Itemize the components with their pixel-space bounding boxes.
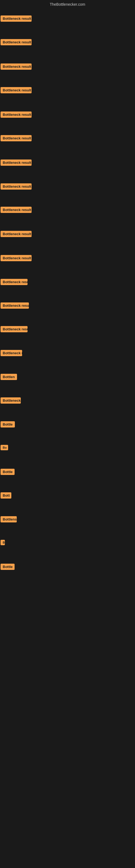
bottleneck-badge[interactable]: Bottleneck result [1,231,32,237]
bottleneck-badge[interactable]: Bottleneck result [1,39,32,45]
result-row: Bottlens [1,516,17,524]
result-row: Bottleneck resu [1,326,28,333]
result-row: Bottleneck result [1,39,32,46]
result-row: Bottle [1,469,14,476]
result-row: Bottleneck result [1,16,32,23]
bottleneck-badge[interactable]: Bottleneck result [1,87,32,93]
result-row: Bottleneck result [1,135,32,143]
result-row: Bottleneck result [1,112,32,119]
bottleneck-badge[interactable]: Bottle [1,564,14,570]
bottleneck-badge[interactable]: Bottlen [1,374,17,380]
bottleneck-badge[interactable]: Bottleneck resu [1,326,28,332]
bottleneck-badge[interactable]: Bo [1,445,8,450]
result-row: Bottleneck result [1,87,32,94]
result-row: Bott [1,492,11,500]
bottleneck-badge[interactable]: Bottleneck result [1,135,32,141]
bottleneck-badge[interactable]: Bottleneck result [1,255,32,261]
bottleneck-badge[interactable]: Bottlens [1,516,17,522]
result-row: Bo [1,445,8,452]
result-row: Bottleneck r [1,350,22,357]
result-row: Bottleneck result [1,231,32,238]
bottleneck-badge[interactable]: Bottleneck result [1,159,32,166]
bottleneck-badge[interactable]: Bottle [1,469,14,475]
bottleneck-badge[interactable]: Bottleneck resu [1,279,28,285]
result-row: Bottleneck result [1,303,29,310]
bottleneck-badge[interactable]: B [1,540,5,545]
bottleneck-badge[interactable]: Bottleneck result [1,183,32,190]
bottleneck-badge[interactable]: Bottleneck result [1,303,29,309]
bottleneck-badge[interactable]: Bottleneck result [1,112,32,118]
bottleneck-badge[interactable]: Bottleneck result [1,16,32,22]
result-row: Bottleneck result [1,63,32,71]
bottleneck-badge[interactable]: Bottleneck result [1,207,32,213]
result-row: Bottlen [1,374,17,381]
result-row: Bottleneck result [1,207,32,214]
result-row: B [1,540,5,546]
bottleneck-badge[interactable]: Bottleneck result [1,63,32,70]
result-row: Bottleneck result [1,159,32,167]
result-row: Bottle [1,564,14,571]
bottleneck-badge[interactable]: Bott [1,492,11,499]
result-row: Bottleneck result [1,255,32,262]
result-row: Bottleneck resu [1,279,28,286]
bottleneck-badge[interactable]: Bottleneck r [1,350,22,356]
bottleneck-badge[interactable]: Bottleneck [1,397,21,404]
result-row: Bottleneck [1,397,21,405]
bottleneck-badge[interactable]: Bottle [1,421,15,428]
result-row: Bottleneck result [1,183,32,191]
result-row: Bottle [1,421,15,429]
